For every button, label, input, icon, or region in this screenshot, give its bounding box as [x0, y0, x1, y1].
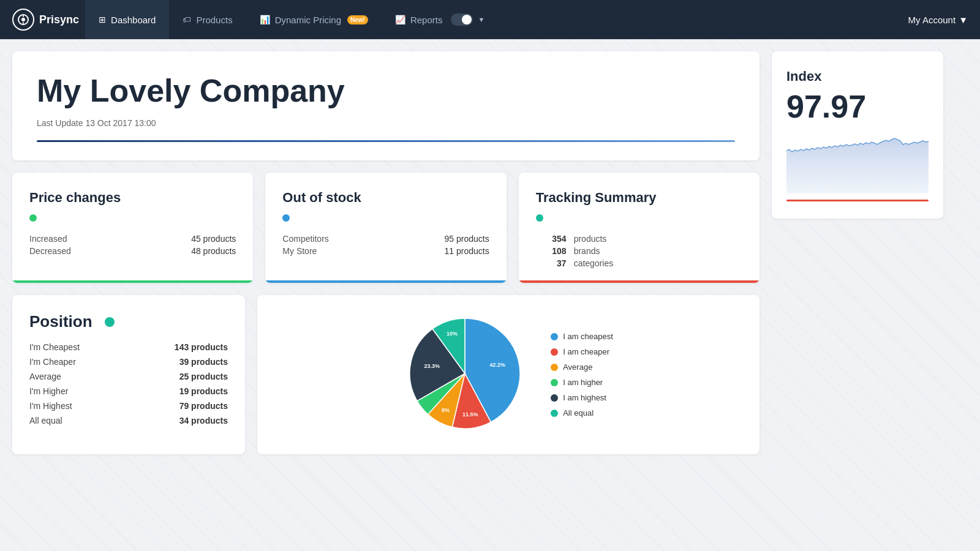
nav-dashboard-label: Dashboard	[111, 15, 156, 25]
legend-label: I am cheapest	[563, 332, 613, 341]
position-dot	[105, 317, 115, 327]
navbar: Prisync ⊞ Dashboard 🏷 Products 📊 Dynamic…	[0, 0, 980, 39]
pie-chart-card: 42.2%11.5%8%23.3%10% I am cheapestI am c…	[257, 295, 760, 454]
svg-text:8%: 8%	[442, 407, 450, 413]
pos-label-5: All equal	[29, 416, 80, 425]
pos-value-3: 19 products	[94, 386, 228, 396]
decreased-label: Decreased	[29, 246, 71, 256]
legend-dot	[551, 379, 558, 386]
out-of-stock-card: Out of stock Competitors 95 products My …	[265, 173, 506, 283]
position-rows: I'm Cheapest 143 products I'm Cheaper 39…	[29, 342, 228, 425]
nav-items: ⊞ Dashboard 🏷 Products 📊 Dynamic Pricing…	[85, 0, 908, 39]
account-chevron: ▼	[959, 15, 968, 25]
logo-text: Prisync	[39, 13, 79, 26]
nav-dynamic-pricing-label: Dynamic Pricing	[275, 15, 341, 25]
nav-dashboard[interactable]: ⊞ Dashboard	[85, 0, 169, 39]
new-badge: New!	[347, 15, 368, 24]
reports-icon: 📈	[395, 15, 405, 24]
pos-label-3: I'm Higher	[29, 386, 80, 396]
tag-icon: 🏷	[183, 15, 191, 24]
pie-chart: 42.2%11.5%8%23.3%10%	[404, 312, 526, 437]
position-header: Position	[29, 312, 228, 331]
left-panel: My Lovely Company Last Update 13 Oct 201…	[12, 51, 760, 454]
last-update: Last Update 13 Oct 2017 13:00	[37, 118, 735, 128]
price-changes-rows: Increased 45 products Decreased 48 produ…	[29, 234, 236, 256]
stats-row: Price changes Increased 45 products Decr…	[12, 173, 760, 283]
pos-value-2: 25 products	[94, 372, 228, 381]
position-title: Position	[29, 312, 92, 331]
logo[interactable]: Prisync	[12, 9, 79, 31]
legend-label: I am cheaper	[563, 347, 609, 356]
svg-text:11.5%: 11.5%	[462, 411, 478, 418]
pos-value-5: 34 products	[94, 416, 228, 425]
account-menu[interactable]: My Account ▼	[908, 15, 968, 25]
nav-products[interactable]: 🏷 Products	[169, 0, 246, 39]
decreased-value: 48 products	[83, 246, 236, 256]
chart-bar-icon: 📊	[260, 15, 270, 24]
dashboard-icon: ⊞	[99, 15, 106, 24]
svg-text:10%: 10%	[447, 331, 458, 337]
index-value: 97.97	[786, 91, 929, 122]
pos-label-2: Average	[29, 372, 80, 381]
company-name: My Lovely Company	[37, 73, 735, 108]
pie-legend: I am cheapestI am cheaperAverageI am hig…	[551, 332, 613, 418]
index-title: Index	[786, 69, 929, 84]
nav-reports[interactable]: 📈 Reports ▼	[382, 0, 498, 39]
index-card: Index 97.97	[772, 51, 943, 219]
right-panel: Index 97.97	[760, 51, 943, 454]
company-divider	[37, 140, 735, 142]
company-card: My Lovely Company Last Update 13 Oct 201…	[12, 51, 760, 160]
legend-item: I am cheaper	[551, 347, 613, 356]
tracking-numbers: 354products108brands37categories	[536, 234, 742, 268]
legend-dot	[551, 348, 558, 356]
out-of-stock-dot	[282, 214, 290, 222]
pos-value-4: 79 products	[94, 401, 228, 411]
competitors-value: 95 products	[341, 234, 489, 244]
pos-label-4: I'm Highest	[29, 401, 80, 411]
out-of-stock-title: Out of stock	[282, 190, 489, 206]
nav-dynamic-pricing[interactable]: 📊 Dynamic Pricing New!	[246, 0, 382, 39]
increased-value: 45 products	[83, 234, 236, 244]
pos-value-0: 143 products	[94, 342, 228, 352]
index-divider	[786, 200, 929, 201]
index-chart	[786, 132, 929, 193]
account-label: My Account	[908, 15, 956, 25]
reports-toggle[interactable]	[451, 13, 473, 26]
main-content: My Lovely Company Last Update 13 Oct 201…	[0, 39, 956, 467]
legend-item: I am cheapest	[551, 332, 613, 341]
price-changes-title: Price changes	[29, 190, 236, 206]
legend-dot	[551, 394, 558, 402]
legend-label: I am higher	[563, 378, 603, 387]
legend-label: Average	[563, 362, 592, 372]
nav-reports-label: Reports	[410, 15, 443, 25]
reports-chevron: ▼	[478, 16, 484, 23]
svg-text:23.3%: 23.3%	[424, 363, 440, 369]
pos-label-1: I'm Cheaper	[29, 357, 80, 367]
svg-text:42.2%: 42.2%	[490, 362, 506, 368]
legend-dot	[551, 410, 558, 417]
legend-label: All equal	[563, 408, 594, 418]
mystore-label: My Store	[282, 246, 328, 256]
legend-item: I am higher	[551, 378, 613, 387]
price-changes-card: Price changes Increased 45 products Decr…	[12, 173, 253, 283]
pos-value-1: 39 products	[94, 357, 228, 367]
legend-dot	[551, 333, 558, 340]
nav-products-label: Products	[196, 15, 232, 25]
legend-item: I am highest	[551, 393, 613, 402]
legend-item: All equal	[551, 408, 613, 418]
legend-label: I am highest	[563, 393, 606, 402]
increased-label: Increased	[29, 234, 71, 244]
bottom-row: Position I'm Cheapest 143 products I'm C…	[12, 295, 760, 454]
tracking-summary-card: Tracking Summary 354products108brands37c…	[519, 173, 760, 283]
tracking-dot	[536, 214, 543, 222]
mystore-value: 11 products	[341, 246, 489, 256]
out-of-stock-rows: Competitors 95 products My Store 11 prod…	[282, 234, 489, 256]
logo-icon	[12, 9, 34, 31]
position-card: Position I'm Cheapest 143 products I'm C…	[12, 295, 245, 454]
competitors-label: Competitors	[282, 234, 328, 244]
price-changes-dot	[29, 214, 37, 222]
pos-label-0: I'm Cheapest	[29, 342, 80, 352]
tracking-summary-title: Tracking Summary	[536, 190, 742, 206]
legend-item: Average	[551, 362, 613, 372]
svg-point-1	[21, 18, 25, 21]
